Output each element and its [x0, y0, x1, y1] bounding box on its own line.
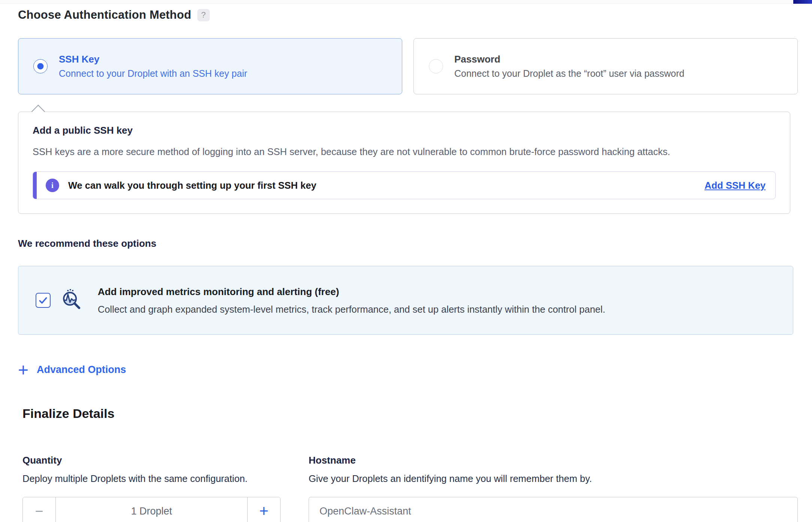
quantity-value: 1 Droplet	[56, 497, 247, 522]
page-title: Choose Authentication Method	[18, 8, 191, 22]
auth-method-options: SSH Key Connect to your Droplet with an …	[18, 38, 798, 94]
ssh-key-option-description: Connect to your Droplet with an SSH key …	[59, 68, 247, 79]
metrics-magnifier-icon	[60, 288, 83, 313]
ssh-key-radio[interactable]	[33, 59, 48, 73]
quantity-increment-button[interactable]: +	[247, 497, 280, 522]
recommendations-heading: We recommend these options	[18, 238, 798, 249]
password-radio[interactable]	[429, 59, 443, 73]
hostname-input[interactable]	[309, 497, 798, 522]
info-icon: i	[46, 179, 59, 192]
metrics-monitoring-option[interactable]: Add improved metrics monitoring and aler…	[18, 266, 793, 335]
quantity-description: Deploy multiple Droplets with the same c…	[22, 473, 281, 484]
ssh-key-option-text: SSH Key Connect to your Droplet with an …	[59, 54, 247, 79]
metrics-checkbox[interactable]	[36, 293, 51, 308]
metrics-option-description: Collect and graph expanded system-level …	[98, 304, 605, 315]
ssh-panel-body: SSH keys are a more secure method of log…	[33, 145, 776, 158]
finalize-details-heading: Finalize Details	[22, 406, 798, 421]
hostname-label: Hostname	[309, 455, 798, 466]
droplet-create-form: Choose Authentication Method ? SSH Key C…	[0, 0, 812, 522]
ssh-key-panel: Add a public SSH key SSH keys are a more…	[18, 112, 790, 214]
banner-message: We can walk you through setting up your …	[68, 180, 705, 191]
hostname-description: Give your Droplets an identifying name y…	[309, 473, 798, 484]
plus-icon: +	[18, 364, 28, 376]
finalize-fields: Quantity Deploy multiple Droplets with t…	[22, 455, 798, 522]
ssh-panel-heading: Add a public SSH key	[33, 125, 776, 136]
add-ssh-key-link[interactable]: Add SSH Key	[705, 180, 766, 191]
metrics-option-title: Add improved metrics monitoring and aler…	[98, 286, 605, 298]
password-option-description: Connect to your Droplet as the “root” us…	[454, 68, 684, 79]
advanced-options-toggle[interactable]: + Advanced Options	[18, 364, 126, 376]
ssh-key-option-title: SSH Key	[59, 54, 247, 65]
auth-option-password[interactable]: Password Connect to your Droplet as the …	[413, 38, 798, 94]
help-icon[interactable]: ?	[197, 9, 210, 21]
auth-option-ssh-key[interactable]: SSH Key Connect to your Droplet with an …	[18, 38, 402, 94]
metrics-option-text: Add improved metrics monitoring and aler…	[98, 286, 605, 315]
checkmark-icon	[38, 295, 48, 306]
panel-caret-notch	[31, 105, 45, 119]
ssh-info-banner: i We can walk you through setting up you…	[33, 172, 776, 199]
minus-icon: −	[35, 503, 43, 519]
quantity-stepper: − 1 Droplet +	[22, 497, 281, 522]
auth-section-header: Choose Authentication Method ?	[18, 8, 798, 22]
quantity-decrement-button[interactable]: −	[23, 497, 56, 522]
plus-icon: +	[259, 502, 269, 520]
quantity-field-group: Quantity Deploy multiple Droplets with t…	[22, 455, 281, 522]
quantity-label: Quantity	[22, 455, 281, 466]
advanced-options-label: Advanced Options	[37, 364, 126, 376]
password-option-text: Password Connect to your Droplet as the …	[454, 54, 684, 79]
hostname-field-group: Hostname Give your Droplets an identifyi…	[309, 455, 798, 522]
password-option-title: Password	[454, 54, 684, 65]
banner-accent-bar	[33, 172, 37, 199]
